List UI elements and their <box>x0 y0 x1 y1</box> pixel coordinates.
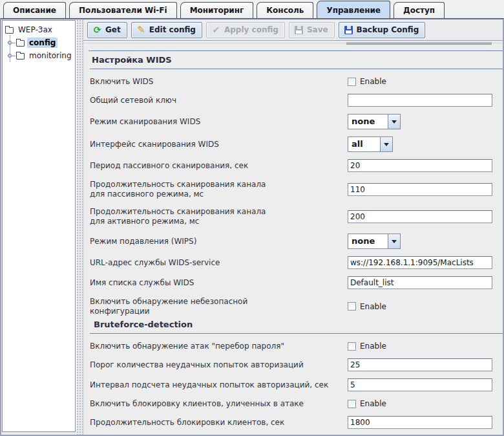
pencil-icon: ✎ <box>136 25 146 35</box>
field-label: Включить обнаружение небезопаснойконфигу… <box>90 296 348 316</box>
text-input[interactable] <box>348 416 492 429</box>
checkbox-label: Enable <box>360 342 386 351</box>
text-input[interactable] <box>348 256 492 269</box>
config-form: Настройка WIDSВключить WIDSEnableОбщий с… <box>83 41 503 435</box>
checkbox-label: Enable <box>360 399 386 408</box>
save-button[interactable]: Save <box>289 22 335 38</box>
field-label-line: Имя списка службы WIDS <box>90 278 348 288</box>
tree-item-label: monitoring <box>27 50 74 61</box>
field-control <box>348 183 492 196</box>
field-control <box>348 276 492 289</box>
backup-config-button[interactable]: Backup Config <box>339 22 426 38</box>
dropdown[interactable]: none <box>348 114 401 129</box>
field-control: Enable <box>348 399 386 408</box>
field-label: Интерфейс сканирования WIDS <box>90 139 348 149</box>
tab-2[interactable]: Пользователи Wi-Fi <box>69 2 177 18</box>
dropdown[interactable]: none <box>348 234 401 249</box>
splitter[interactable] <box>76 19 83 435</box>
enable-checkbox[interactable] <box>348 400 356 408</box>
field-label-line: конфигурации <box>90 307 348 316</box>
text-input[interactable] <box>348 183 492 196</box>
text-input[interactable] <box>348 378 492 391</box>
section-title: Bruteforce-detection <box>90 320 503 334</box>
field-label-line: Общий сетевой ключ <box>90 96 348 105</box>
tab-3[interactable]: Мониторинг <box>180 2 254 18</box>
field-label: Режим сканирования WIDS <box>90 116 348 127</box>
field-control: Enable <box>348 302 386 311</box>
refresh-icon: ⟳ <box>92 25 102 35</box>
dropdown-arrow-button[interactable] <box>388 114 401 129</box>
dropdown-value: none <box>348 114 388 129</box>
field-label-line: Режим сканирования WIDS <box>90 117 348 127</box>
field-label: Общий сетевой ключ <box>90 95 348 105</box>
field-label-line: Режим подавления (WIPS) <box>90 237 348 246</box>
text-input[interactable] <box>348 276 492 289</box>
form-row: URL-адрес службы WIDS-service <box>90 256 503 269</box>
field-control <box>348 159 492 172</box>
tree-knob-icon <box>8 41 12 45</box>
field-label: Включить WIDS <box>90 76 348 87</box>
tab-5[interactable]: Управление <box>317 1 390 18</box>
tree-item-config[interactable]: config <box>3 36 75 49</box>
toolbar-button-label: Get <box>105 25 121 34</box>
text-input[interactable] <box>348 358 492 371</box>
field-control: Enable <box>348 342 386 351</box>
save-floppy-icon <box>295 26 303 34</box>
text-input[interactable] <box>348 210 492 223</box>
form-row: Режим подавления (WIPS)none <box>90 234 503 249</box>
field-label-line: Период пассивного сканирования, сек <box>90 161 348 171</box>
toolbar-button-label: Backup Config <box>357 25 419 34</box>
dropdown-arrow-button[interactable] <box>380 136 393 152</box>
backup-floppy-icon <box>344 25 353 35</box>
form-row: Продолжительность сканирования каналадля… <box>90 206 503 226</box>
form-row: Включить блокировку клиентов, уличенных … <box>90 398 503 409</box>
tab-1[interactable]: Описание <box>3 2 66 18</box>
folder-icon <box>16 40 25 47</box>
folder-icon <box>5 27 14 34</box>
app-window: ОписаниеПользователи Wi-FiМониторингКонс… <box>0 0 504 436</box>
right-pane: ⟳Get✎Edit config✔Apply configSaveBackup … <box>83 19 503 435</box>
dropdown-value: none <box>348 234 388 249</box>
text-input[interactable] <box>348 159 492 172</box>
field-control <box>348 416 492 429</box>
field-label: Продолжительность блокировки клиентов, с… <box>90 417 348 428</box>
dropdown[interactable]: all <box>348 136 393 152</box>
field-label-line: Включить обнаружение атак "перебор парол… <box>90 342 348 351</box>
tree-item-root[interactable]: WEP-3ax <box>3 23 75 36</box>
tree-knob-icon <box>8 54 12 58</box>
toolbar-button-label: Edit config <box>149 25 196 34</box>
field-label-line: Интервал подсчета неудачных попыток авто… <box>90 380 348 390</box>
tab-4[interactable]: Консоль <box>257 2 313 18</box>
form-row: Период пассивного сканирования, сек <box>90 159 503 172</box>
dropdown-arrow-button[interactable] <box>388 234 401 249</box>
edit-config-button[interactable]: ✎Edit config <box>131 22 202 38</box>
field-label: Период пассивного сканирования, сек <box>90 160 348 171</box>
apply-config-button[interactable]: ✔Apply config <box>206 22 285 38</box>
field-control <box>348 94 492 107</box>
enable-checkbox[interactable] <box>348 342 356 351</box>
tab-6[interactable]: Доступ <box>394 2 445 18</box>
scrolled-section-underline <box>89 50 503 51</box>
field-label-line: Включить WIDS <box>90 77 348 87</box>
text-input[interactable] <box>348 94 492 107</box>
chevron-down-icon <box>392 240 397 243</box>
field-label: Порог количества неудачных попыток автор… <box>90 360 348 370</box>
checkbox-label: Enable <box>360 77 386 86</box>
field-label-line: для пассивного режима, мс <box>90 190 348 199</box>
dropdown-value: all <box>348 136 380 152</box>
main-panel: WEP-3ax configmonitoring ⟳Get✎Edit confi… <box>0 18 504 436</box>
field-label-line: Продолжительность блокировки клиентов, с… <box>90 418 348 428</box>
toolbar-button-label: Save <box>307 25 328 34</box>
enable-checkbox[interactable] <box>348 78 356 86</box>
form-row: Имя списка службы WIDS <box>90 276 503 289</box>
form-row: Включить обнаружение атак "перебор парол… <box>90 341 503 351</box>
field-label-line: Включить обнаружение небезопасной <box>90 297 348 307</box>
field-label: Продолжительность сканирования каналадля… <box>90 206 348 226</box>
enable-checkbox[interactable] <box>348 302 356 311</box>
field-control: none <box>348 114 401 129</box>
get-button[interactable]: ⟳Get <box>87 22 127 38</box>
field-label: Имя списка службы WIDS <box>90 278 348 288</box>
tree-item-monitoring[interactable]: monitoring <box>3 49 75 62</box>
field-label-line: для активного режима, мс <box>90 217 348 226</box>
chevron-down-icon <box>392 120 397 124</box>
